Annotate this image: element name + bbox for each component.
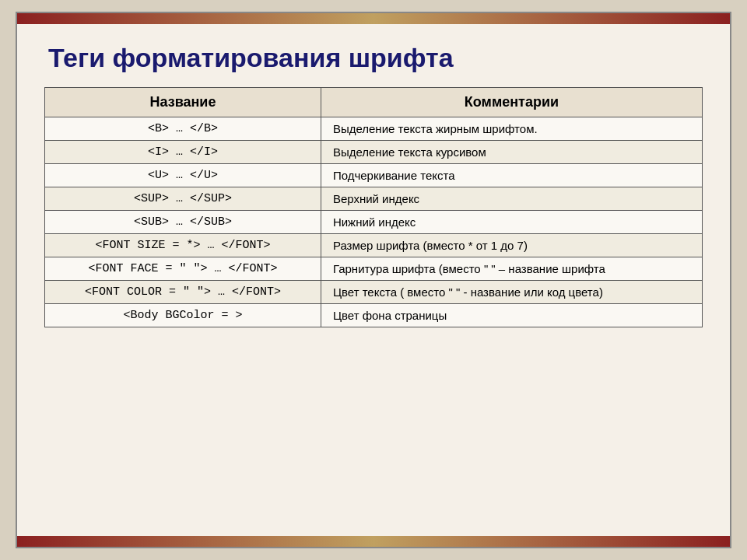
- comment-cell: Размер шрифта (вместо * от 1 до 7): [321, 234, 702, 257]
- comment-cell: Цвет текста ( вместо " " - название или …: [321, 281, 702, 304]
- comment-cell: Верхний индекс: [321, 187, 702, 211]
- table-row: <U> … </U>Подчеркивание текста: [45, 164, 703, 187]
- comment-cell: Гарнитура шрифта (вместо " " – название …: [321, 257, 702, 281]
- col-header-name: Название: [45, 88, 321, 117]
- tag-cell: <SUB> … </SUB>: [45, 211, 321, 234]
- footer-bar: [17, 536, 730, 547]
- header-bar: [17, 13, 730, 24]
- table-container: Название Комментарии <B> … </B>Выделение…: [44, 87, 703, 327]
- tag-cell: <I> … </I>: [45, 141, 321, 164]
- comment-cell: Подчеркивание текста: [321, 164, 702, 187]
- table-row: <Body BGColor = >Цвет фона страницы: [45, 304, 703, 327]
- table-header-row: Название Комментарии: [45, 88, 703, 117]
- tag-cell: <Body BGColor = >: [45, 304, 321, 327]
- col-header-comments: Комментарии: [321, 88, 702, 117]
- tag-cell: <B> … </B>: [45, 117, 321, 141]
- comment-cell: Нижний индекс: [321, 211, 702, 234]
- tag-cell: <FONT FACE = " "> … </FONT>: [45, 257, 321, 281]
- tag-cell: <FONT COLOR = " "> … </FONT>: [45, 281, 321, 304]
- table-row: <FONT COLOR = " "> … </FONT>Цвет текста …: [45, 281, 703, 304]
- table-row: <FONT FACE = " "> … </FONT>Гарнитура шри…: [45, 257, 703, 281]
- table-row: <FONT SIZE = *> … </FONT>Размер шрифта (…: [45, 234, 703, 257]
- comment-cell: Цвет фона страницы: [321, 304, 702, 327]
- table-row: <I> … </I>Выделение текста курсивом: [45, 141, 703, 164]
- comment-cell: Выделение текста жирным шрифтом.: [321, 117, 702, 141]
- tag-cell: <SUP> … </SUP>: [45, 187, 321, 211]
- slide: Теги форматирования шрифта Название Комм…: [16, 12, 731, 548]
- page-title: Теги форматирования шрифта: [40, 43, 707, 73]
- table-row: <B> … </B>Выделение текста жирным шрифто…: [45, 117, 703, 141]
- table-row: <SUB> … </SUB>Нижний индекс: [45, 211, 703, 234]
- tag-cell: <U> … </U>: [45, 164, 321, 187]
- table-row: <SUP> … </SUP>Верхний индекс: [45, 187, 703, 211]
- comment-cell: Выделение текста курсивом: [321, 141, 702, 164]
- tag-cell: <FONT SIZE = *> … </FONT>: [45, 234, 321, 257]
- formatting-tags-table: Название Комментарии <B> … </B>Выделение…: [44, 87, 703, 327]
